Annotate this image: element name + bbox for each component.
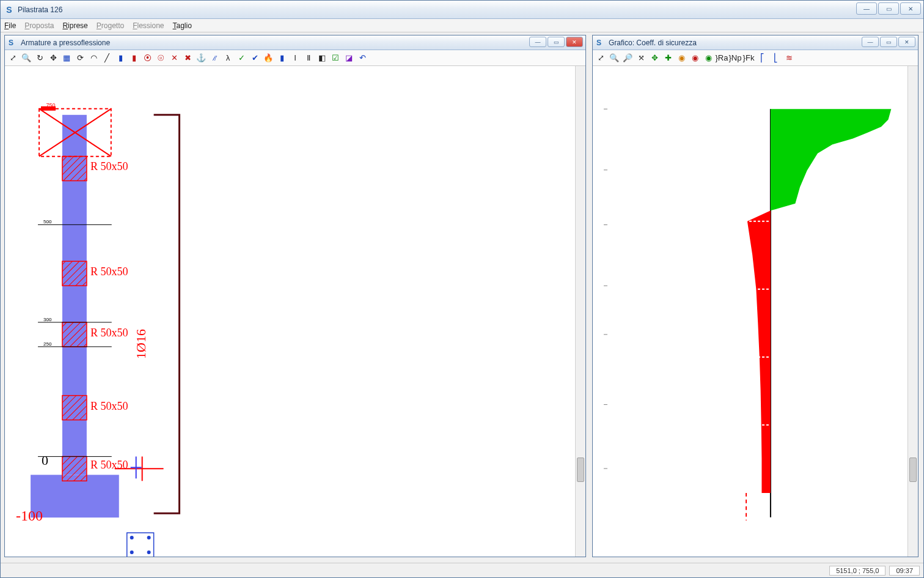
pan-icon[interactable]: ✥ — [48, 53, 59, 64]
zoom-full-icon[interactable]: ⤢ — [7, 53, 18, 64]
arc-icon[interactable]: ◠ — [88, 53, 99, 64]
section-label: R 50x50 — [90, 459, 128, 472]
menu-file[interactable]: File — [4, 21, 16, 30]
child-armature: S Armature a pressoflessione — ▭ ✕ ⤢🔍↻✥▦… — [4, 35, 586, 557]
svg-text:300: 300 — [43, 317, 52, 322]
fk-icon[interactable]: }Fk — [743, 53, 754, 64]
app-title: Pilastrata 126 — [18, 6, 62, 14]
child-close-button[interactable]: ✕ — [566, 37, 583, 47]
bars-blue-icon[interactable]: ▮ — [115, 53, 126, 64]
statusbar: 5151,0 ; 755,0 09:37 — [1, 563, 923, 577]
app-icon: S — [596, 39, 605, 47]
zoom-in-icon[interactable]: 🔍 — [609, 53, 620, 64]
section-label: R 50x50 — [90, 160, 128, 173]
zoom-dynamic-icon[interactable]: ↻ — [34, 53, 45, 64]
bracket2-icon[interactable]: ⎣ — [770, 53, 781, 64]
child-maximize-button[interactable]: ▭ — [880, 37, 897, 47]
grafico-canvas[interactable] — [593, 66, 918, 557]
menu-flessione[interactable]: Flessione — [133, 21, 164, 30]
child-minimize-button[interactable]: — — [862, 37, 879, 47]
vertical-scrollbar[interactable] — [908, 66, 918, 557]
armature-drawing: 750 — [5, 66, 585, 557]
double-check-icon[interactable]: ✔ — [249, 53, 260, 64]
line-icon[interactable]: ╱ — [101, 53, 112, 64]
svg-point-27 — [130, 550, 134, 554]
child-maximize-button[interactable]: ▭ — [548, 37, 565, 47]
svg-text:500: 500 — [43, 219, 52, 224]
zoom-full-icon[interactable]: ⤢ — [595, 53, 606, 64]
child-grafico: S Grafico: Coeff. di sicurezza — ▭ ✕ ⤢🔍🔎… — [592, 35, 919, 557]
child-armature-titlebar[interactable]: S Armature a pressoflessione — ▭ ✕ — [5, 35, 585, 50]
ra-icon[interactable]: }Ra — [716, 53, 727, 64]
zoom-window-icon[interactable]: 🔍 — [21, 53, 32, 64]
options-icon[interactable]: ◪ — [343, 53, 354, 64]
bracket1-icon[interactable]: ⎡ — [757, 53, 768, 64]
svg-rect-9 — [62, 261, 87, 286]
image-icon[interactable]: ◧ — [317, 53, 328, 64]
pan-icon[interactable]: ✥ — [649, 53, 660, 64]
check2-icon[interactable]: ☑ — [330, 53, 341, 64]
menu-taglio[interactable]: Taglio — [173, 21, 192, 30]
svg-point-28 — [147, 550, 151, 554]
undo-icon[interactable]: ↶ — [357, 53, 368, 64]
add-icon[interactable]: ✚ — [662, 53, 673, 64]
delete-icon[interactable]: ✕ — [169, 53, 180, 64]
lambda-icon[interactable]: λ — [222, 53, 233, 64]
fire-icon[interactable]: 🔥 — [263, 53, 274, 64]
np-icon[interactable]: }Np — [730, 53, 741, 64]
palette3-icon[interactable]: ◉ — [703, 53, 714, 64]
diagram-icon[interactable]: ≋ — [783, 53, 794, 64]
svg-text:750: 750 — [46, 102, 56, 108]
child-armature-title: Armature a pressoflessione — [21, 39, 110, 47]
anchor-icon[interactable]: ⚓ — [196, 53, 207, 64]
menu-riprese[interactable]: Riprese — [62, 21, 87, 30]
vertical-scrollbar[interactable] — [575, 66, 585, 557]
axis-zero-label: 0 — [42, 453, 48, 469]
svg-marker-37 — [747, 210, 771, 493]
palette2-icon[interactable]: ◉ — [689, 53, 700, 64]
child-close-button[interactable]: ✕ — [898, 37, 915, 47]
menu-proposta[interactable]: Proposta — [24, 21, 54, 30]
palette1-icon[interactable]: ◉ — [676, 53, 687, 64]
menu-progetto[interactable]: Progetto — [97, 21, 124, 30]
status-coords: 5151,0 ; 755,0 — [829, 566, 886, 576]
refresh-icon[interactable]: ⟳ — [75, 53, 86, 64]
grid-icon[interactable]: ▦ — [61, 53, 72, 64]
svg-rect-11 — [62, 396, 87, 420]
armature-canvas[interactable]: 750 — [5, 66, 585, 557]
svg-rect-8 — [62, 157, 87, 181]
rebar-label: 1Ø16 — [133, 329, 149, 359]
status-time: 09:37 — [889, 566, 920, 576]
column-solid-icon[interactable]: ▮ — [276, 53, 287, 64]
maximize-button[interactable]: ▭ — [878, 2, 899, 15]
safety-chart — [593, 66, 918, 557]
check-icon[interactable]: ✓ — [236, 53, 247, 64]
tension-right-icon[interactable]: ⦾ — [155, 53, 166, 64]
section-label: R 50x50 — [90, 327, 128, 339]
axis-bottom-label: -100 — [16, 508, 43, 524]
app-window: S Pilastrata 126 — ▭ ✕ File Proposta Rip… — [0, 0, 924, 578]
mdi-client: S Armature a pressoflessione — ▭ ✕ ⤢🔍↻✥▦… — [4, 35, 920, 559]
bars-red-icon[interactable]: ▮ — [128, 53, 139, 64]
svg-point-26 — [147, 536, 151, 539]
minimize-button[interactable]: — — [856, 2, 877, 15]
armature-toolbar: ⤢🔍↻✥▦⟳◠╱▮▮⦿⦾✕✖⚓⫽λ✓✔🔥▮IⅡ◧☑◪↶ — [5, 50, 585, 66]
zoom-out-icon[interactable]: 🔎 — [622, 53, 633, 64]
section-label: R 50x50 — [90, 400, 128, 413]
cut-icon[interactable]: ✖ — [182, 53, 193, 64]
main-titlebar[interactable]: S Pilastrata 126 — ▭ ✕ — [1, 1, 923, 19]
app-icon: S — [4, 5, 14, 15]
child-minimize-button[interactable]: — — [529, 37, 546, 47]
close-button[interactable]: ✕ — [900, 2, 921, 15]
svg-rect-10 — [62, 322, 87, 347]
svg-point-25 — [130, 536, 134, 539]
svg-rect-12 — [62, 456, 87, 481]
tension-left-icon[interactable]: ⦿ — [142, 53, 153, 64]
section-label: R 50x50 — [90, 265, 128, 278]
child-grafico-titlebar[interactable]: S Grafico: Coeff. di sicurezza — ▭ ✕ — [593, 35, 918, 50]
section-icon[interactable]: I — [290, 53, 301, 64]
zoom-window-icon[interactable]: ⤧ — [636, 53, 647, 64]
rebar-icon[interactable]: ⫽ — [209, 53, 220, 64]
profile-icon[interactable]: Ⅱ — [303, 53, 314, 64]
grafico-toolbar: ⤢🔍🔎⤧✥✚◉◉◉}Ra}Np}Fk⎡⎣≋ — [593, 50, 918, 66]
